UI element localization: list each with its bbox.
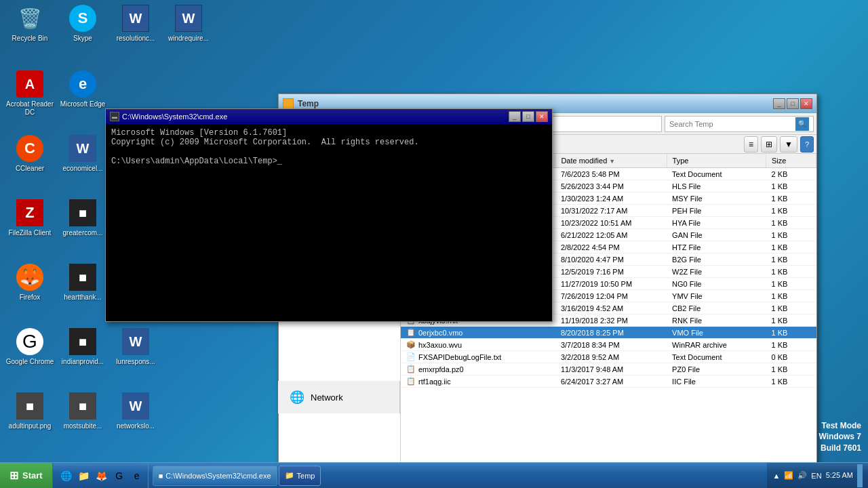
desktop-icon-adultinput[interactable]: ■ adultinput.png — [3, 390, 57, 433]
word1-label: resolutionc... — [117, 35, 155, 43]
explorer-close-button[interactable]: ✕ — [800, 98, 812, 109]
cmd-close-button[interactable]: ✕ — [536, 111, 548, 122]
file-type-cell: Text Document — [667, 351, 766, 363]
table-row[interactable]: 📋 emxrpfda.pz0 11/3/2017 9:48 AM PZ0 Fil… — [401, 363, 816, 375]
file-date-cell: 5/26/2023 3:44 PM — [555, 180, 667, 192]
file-type-icon: 📦 — [406, 340, 416, 349]
show-desktop-button[interactable] — [857, 464, 863, 487]
filezilla-icon: Z — [16, 199, 43, 226]
taskbar: ⊞ Start 🌐 📁 🦊 G e ■ C:\Windows\System32\… — [0, 462, 868, 488]
explorer-maximize-button[interactable]: □ — [787, 98, 799, 109]
file-type-cell: CB2 File — [667, 302, 766, 314]
test-mode-line2: Windows 7 — [818, 431, 861, 443]
windows-logo-icon: ⊞ — [9, 469, 18, 482]
view-list-button[interactable]: ≡ — [744, 136, 758, 152]
taskbar-clock[interactable]: 5:25 AM — [826, 470, 853, 480]
desktop-icon-chrome[interactable]: G Google Chrome — [3, 325, 57, 369]
desktop-icon-lunrespons[interactable]: W lunrespons... — [108, 325, 163, 369]
file-date-cell: 6/24/2017 3:27 AM — [555, 375, 667, 388]
desktop-icon-recycle-bin[interactable]: 🗑️ Recycle Bin — [3, 2, 57, 45]
edge-icon: e — [69, 70, 96, 98]
table-row[interactable]: 📋 rtf1aqg.iic 6/24/2017 3:27 AM IIC File… — [401, 375, 816, 388]
start-label: Start — [22, 470, 43, 481]
taskbar-ie-icon[interactable]: 🌐 — [58, 468, 75, 484]
cmd-minimize-button[interactable]: _ — [509, 111, 521, 122]
desktop-icon-heartthan[interactable]: ■ heartthank... — [56, 261, 110, 304]
desktop-icon-economi[interactable]: W economicel... — [56, 132, 110, 176]
desktop-icon-ccleaner[interactable]: C CCleaner — [3, 132, 57, 176]
test-mode-badge: Test Mode Windows 7 Build 7601 — [818, 420, 861, 454]
desktop-icon-networkslo[interactable]: W networkslo... — [108, 390, 163, 433]
view-options-button[interactable]: ▼ — [780, 136, 797, 152]
col-date[interactable]: Date modified ▼ — [555, 154, 667, 168]
explorer-minimize-button[interactable]: _ — [773, 98, 785, 109]
file-type-cell: VMO File — [667, 327, 766, 339]
file-name: emxrpfda.pz0 — [418, 365, 464, 373]
taskbar-chrome-icon[interactable]: G — [111, 468, 127, 484]
help-button[interactable]: ? — [800, 136, 814, 152]
desktop-icon-indianprov[interactable]: ■ indianprovid... — [56, 325, 110, 369]
file-type-icon: 📋 — [406, 377, 416, 386]
file-size-cell: 1 KB — [766, 375, 816, 388]
col-type[interactable]: Type — [667, 154, 766, 168]
file-type-cell: W2Z File — [667, 266, 766, 278]
word1-icon: W — [122, 5, 149, 32]
skype-label: Skype — [73, 35, 92, 43]
desktop-icon-skype[interactable]: S Skype — [56, 2, 110, 45]
mostsubite-icon: ■ — [69, 392, 96, 420]
network-nav-icon: 🌐 — [289, 389, 305, 405]
search-button[interactable]: 🔍 — [795, 117, 809, 131]
economi-icon: W — [69, 135, 96, 162]
acrobat-icon: A — [16, 70, 43, 98]
col-size[interactable]: Size — [766, 154, 816, 168]
tray-hide-icon[interactable]: ▲ — [772, 472, 780, 480]
file-size-cell: 2 KB — [766, 168, 816, 180]
file-name-cell: 📋 emxrpfda.pz0 — [401, 363, 555, 375]
taskbar-edge-icon[interactable]: e — [129, 468, 145, 484]
file-date-cell: 7/26/2019 12:04 PM — [555, 290, 667, 302]
file-type-cell: YMV File — [667, 290, 766, 302]
file-type-cell: PZ0 File — [667, 363, 766, 375]
tray-eng-icon: EN — [811, 472, 821, 480]
view-details-button[interactable]: ⊞ — [761, 136, 777, 152]
file-size-cell: 1 KB — [766, 339, 816, 351]
adultinput-label: adultinput.png — [9, 422, 52, 430]
start-button[interactable]: ⊞ Start — [0, 463, 53, 489]
tray-volume-icon: 🔊 — [797, 471, 807, 480]
file-date-cell: 3/7/2018 8:34 PM — [555, 339, 667, 351]
file-date-cell: 10/31/2022 7:17 AM — [555, 205, 667, 217]
cmd-maximize-button[interactable]: □ — [522, 111, 534, 122]
file-date-cell: 1/30/2023 1:24 AM — [555, 192, 667, 205]
file-date-cell: 2/8/2022 4:54 PM — [555, 241, 667, 253]
file-size-cell: 1 KB — [766, 229, 816, 241]
desktop-icon-word2[interactable]: W windrequire... — [161, 2, 216, 45]
file-date-cell: 11/3/2017 9:48 AM — [555, 363, 667, 375]
taskbar-firefox-icon[interactable]: 🦊 — [94, 468, 110, 484]
desktop-icon-firefox[interactable]: 🦊 Firefox — [3, 261, 57, 304]
desktop-icon-acrobat[interactable]: A Acrobat Reader DC — [3, 68, 57, 119]
file-date-cell: 8/10/2020 4:47 PM — [555, 253, 667, 266]
file-name: FXSAPIDebugLogFile.txt — [418, 353, 501, 361]
taskbar-folder-icon[interactable]: 📁 — [76, 468, 92, 484]
search-input[interactable] — [669, 120, 795, 128]
desktop-icon-edge[interactable]: e Microsoft Edge — [56, 68, 110, 111]
desktop-icon-filezilla[interactable]: Z FileZilla Client — [3, 197, 57, 240]
heartthan-icon: ■ — [69, 264, 96, 291]
table-row[interactable]: 📋 0erjxbc0.vmo 8/20/2018 8:25 PM VMO Fil… — [401, 327, 816, 339]
file-date-cell: 8/20/2018 8:25 PM — [555, 327, 667, 339]
cmd-body[interactable]: Microsoft Windows [Version 6.1.7601] Cop… — [106, 124, 552, 321]
desktop-icon-mostsubite[interactable]: ■ mostsubite... — [56, 390, 110, 433]
network-nav-item[interactable]: 🌐 Network — [278, 381, 399, 413]
taskbar-explorer-item[interactable]: 📁 Temp — [279, 466, 321, 486]
mostsubite-label: mostsubite... — [64, 422, 102, 430]
desktop-icon-word1[interactable]: W resolutionc... — [108, 2, 163, 45]
table-row[interactable]: 📦 hx3axuo.wvu 3/7/2018 8:34 PM WinRAR ar… — [401, 339, 816, 351]
file-size-cell: 1 KB — [766, 302, 816, 314]
taskbar-tray: ▲ 📶 🔊 EN 5:25 AM — [767, 463, 868, 488]
file-type-cell: NG0 File — [667, 278, 766, 290]
table-row[interactable]: 📄 FXSAPIDebugLogFile.txt 3/2/2018 9:52 A… — [401, 351, 816, 363]
taskbar-cmd-item[interactable]: ■ C:\Windows\System32\cmd.exe — [153, 466, 277, 486]
cmd-titlebar[interactable]: ▬ C:\Windows\System32\cmd.exe _ □ ✕ — [106, 109, 552, 124]
cmd-window: ▬ C:\Windows\System32\cmd.exe _ □ ✕ Micr… — [105, 108, 553, 322]
desktop-icon-greater[interactable]: ■ greatercom... — [56, 197, 110, 240]
